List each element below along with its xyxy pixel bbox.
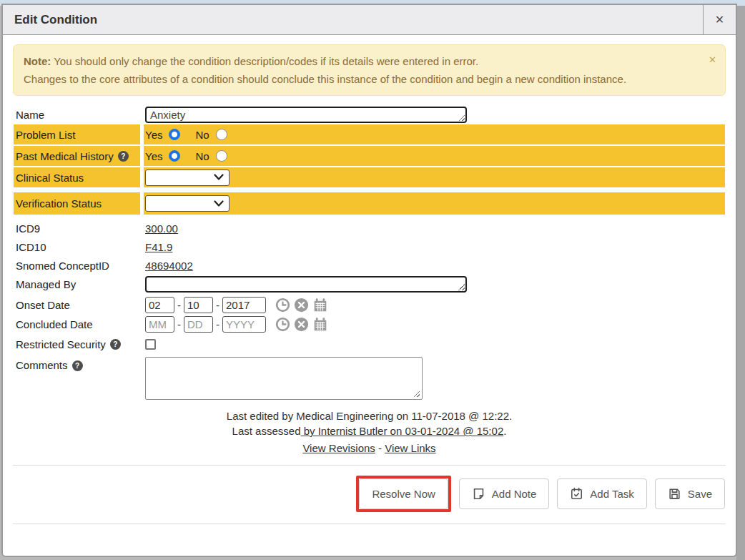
onset-date-row: Onset Date - - xyxy=(14,296,725,313)
save-icon xyxy=(668,487,681,501)
condition-form: Name Problem List Yes No Past xyxy=(3,106,736,456)
close-icon: ✕ xyxy=(715,13,724,26)
onset-date-label: Onset Date xyxy=(14,296,140,313)
dialog-title: Edit Condition xyxy=(3,5,703,34)
problem-list-no-label: No xyxy=(195,129,209,141)
icd9-label: ICD9 xyxy=(14,220,140,237)
pmh-no-label: No xyxy=(195,150,209,162)
clinical-status-select[interactable] xyxy=(145,170,230,186)
view-links-link[interactable]: View Links xyxy=(385,442,435,454)
managed-by-label: Managed By xyxy=(14,275,140,293)
onset-year-input[interactable] xyxy=(222,297,266,313)
icd9-row: ICD9 300.00 xyxy=(14,220,725,237)
dialog-titlebar: Edit Condition ✕ xyxy=(3,5,736,35)
verification-status-select[interactable] xyxy=(145,195,230,212)
icd10-row: ICD10 F41.9 xyxy=(14,238,725,255)
calendar-icon[interactable] xyxy=(312,317,328,332)
add-task-button[interactable]: Add Task xyxy=(557,478,646,509)
warning-line-2: Changes to the core attributes of a cond… xyxy=(24,70,715,88)
chevron-down-icon xyxy=(214,200,224,207)
restricted-security-row: Restricted Security ? xyxy=(14,335,725,353)
resolve-now-button[interactable]: Resolve Now xyxy=(359,478,448,509)
concluded-date-label: Concluded Date xyxy=(14,315,140,333)
clear-icon[interactable] xyxy=(294,317,309,332)
banner-dismiss-icon[interactable]: ✕ xyxy=(709,51,716,69)
chevron-down-icon xyxy=(214,174,224,181)
problem-list-label: Problem List xyxy=(14,124,140,144)
icd10-code-link[interactable]: F41.9 xyxy=(145,241,172,253)
clinical-status-label: Clinical Status xyxy=(14,167,140,187)
verification-status-row: Verification Status xyxy=(14,192,725,215)
comments-label: Comments ? xyxy=(14,357,140,374)
verification-status-label: Verification Status xyxy=(14,192,140,215)
managed-by-input[interactable] xyxy=(145,276,467,293)
save-button[interactable]: Save xyxy=(655,478,725,509)
calendar-icon[interactable] xyxy=(312,298,328,313)
comments-textarea[interactable] xyxy=(145,357,423,400)
problem-list-no-radio[interactable] xyxy=(216,129,227,140)
past-medical-history-row: Past Medical History ? Yes No xyxy=(14,146,725,166)
last-assessed-link[interactable]: by Internist Butler on 03-01-2024 @ 15:0… xyxy=(300,425,503,437)
last-assessed-text: Last assessed by Internist Butler on 03-… xyxy=(14,423,725,438)
clock-icon[interactable] xyxy=(275,317,290,332)
pmh-yes-label: Yes xyxy=(145,150,162,162)
clear-icon[interactable] xyxy=(294,298,309,313)
warning-line-1: Note: You should only change the conditi… xyxy=(24,52,715,70)
dialog-close-button[interactable]: ✕ xyxy=(703,5,736,34)
resolve-now-annotation-box: Resolve Now xyxy=(356,476,450,512)
view-revisions-link[interactable]: View Revisions xyxy=(302,442,375,454)
footer-toolbar: Resolve Now Add Note Add Task Save xyxy=(3,466,736,512)
past-medical-history-label: Past Medical History ? xyxy=(14,146,140,166)
concluded-day-input[interactable] xyxy=(184,316,213,333)
warning-banner: Note: You should only change the conditi… xyxy=(13,44,726,96)
help-icon[interactable]: ? xyxy=(118,151,129,162)
pmh-yes-radio[interactable] xyxy=(169,150,180,162)
icd10-label: ICD10 xyxy=(14,238,140,255)
icd9-code-link[interactable]: 300.00 xyxy=(145,222,178,235)
restricted-security-label: Restricted Security ? xyxy=(14,335,140,353)
snomed-row: Snomed ConceptID 48694002 xyxy=(14,257,725,274)
managed-by-row: Managed By xyxy=(14,275,725,293)
task-calendar-icon xyxy=(570,487,583,501)
clock-icon[interactable] xyxy=(275,298,290,313)
onset-month-input[interactable] xyxy=(145,297,174,313)
problem-list-row: Problem List Yes No xyxy=(14,124,725,144)
note-icon xyxy=(472,487,485,501)
concluded-month-input[interactable] xyxy=(145,316,174,333)
warning-prefix: Note: xyxy=(24,55,51,67)
problem-list-yes-label: Yes xyxy=(145,129,162,141)
help-icon[interactable]: ? xyxy=(72,360,83,371)
page-background-right xyxy=(736,6,745,560)
last-edited-text: Last edited by Medical Engineering on 11… xyxy=(14,408,725,423)
view-links-line: View Revisions - View Links xyxy=(14,441,725,456)
onset-day-input[interactable] xyxy=(184,297,213,313)
comments-row: Comments ? xyxy=(14,357,725,402)
footer-empty-space xyxy=(3,524,736,557)
name-label: Name xyxy=(14,106,140,123)
edit-condition-dialog: Edit Condition ✕ Note: You should only c… xyxy=(1,4,737,557)
restricted-security-checkbox[interactable] xyxy=(145,339,156,350)
name-row: Name xyxy=(14,106,725,123)
snomed-code-link[interactable]: 48694002 xyxy=(145,260,193,272)
help-icon[interactable]: ? xyxy=(110,339,121,350)
concluded-year-input[interactable] xyxy=(222,316,266,333)
snomed-label: Snomed ConceptID xyxy=(14,257,140,274)
audit-info: Last edited by Medical Engineering on 11… xyxy=(14,408,725,456)
concluded-date-row: Concluded Date - - xyxy=(14,315,725,333)
clinical-status-row: Clinical Status xyxy=(14,167,725,187)
pmh-no-radio[interactable] xyxy=(216,150,227,162)
name-input[interactable] xyxy=(145,107,467,123)
problem-list-yes-radio[interactable] xyxy=(169,129,180,140)
add-note-button[interactable]: Add Note xyxy=(459,478,550,509)
